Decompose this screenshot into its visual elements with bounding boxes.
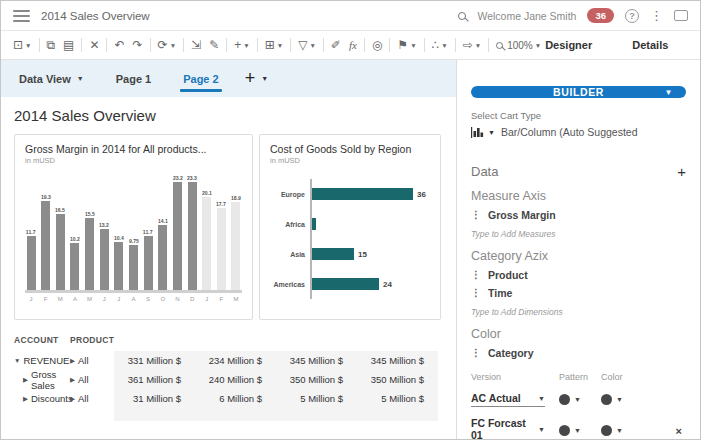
add-page-button[interactable]: + ▼	[235, 68, 278, 89]
version-select-2[interactable]: FC Forcast 01 ▼	[471, 417, 545, 440]
target-icon[interactable]: ◎	[368, 39, 386, 51]
bar-column[interactable]: 11.7	[25, 229, 37, 290]
bar-column[interactable]: 9.75	[127, 238, 139, 290]
add-dimensions-placeholder[interactable]: Type to Add Dimensions	[471, 307, 686, 317]
product-cell[interactable]: ▶All	[70, 370, 114, 389]
bar[interactable]	[202, 197, 211, 290]
formula-icon[interactable]: fx	[345, 40, 361, 51]
drag-handle-icon[interactable]: ⋮	[471, 210, 481, 220]
value-cell[interactable]: 361 Million $	[114, 370, 195, 389]
drag-handle-icon[interactable]: ⋮	[471, 348, 481, 358]
builder-button[interactable]: BUILDER ▼	[471, 86, 686, 98]
kebab-menu-icon[interactable]: ⋮	[650, 9, 663, 22]
copy-icon[interactable]: ⧉	[43, 39, 60, 51]
crosstab[interactable]: ACCOUNT PRODUCT ▼REVENUE▶All331 Million …	[14, 332, 443, 421]
export-icon[interactable]: ⇨▼	[459, 39, 486, 51]
bar[interactable]	[114, 242, 123, 290]
value-cell[interactable]: 350 Million $	[276, 370, 357, 389]
color-picker-1[interactable]: ▼	[601, 394, 657, 405]
tab-page-2[interactable]: Page 2	[167, 60, 234, 97]
bar[interactable]	[312, 188, 413, 200]
gross-margin-chart[interactable]: Gross Margin in 2014 for All products...…	[14, 134, 253, 320]
drag-handle-icon[interactable]: ⋮	[471, 288, 481, 298]
paste-icon[interactable]: ▤	[59, 39, 78, 51]
help-icon[interactable]: ?	[625, 9, 639, 23]
add-icon[interactable]: +▼	[230, 39, 253, 51]
bar-column[interactable]: 18.9	[230, 195, 242, 290]
add-data-button[interactable]: +	[677, 164, 686, 179]
bar[interactable]	[85, 218, 94, 290]
color-picker-2[interactable]: ▼	[601, 425, 657, 436]
bar-column[interactable]: 10.4	[113, 235, 125, 290]
bar[interactable]	[173, 182, 182, 290]
search-icon[interactable]	[458, 12, 466, 20]
bar-column[interactable]: 17.7	[215, 201, 227, 290]
bar-column[interactable]: 23.2	[171, 175, 183, 290]
value-cell[interactable]: 6 Million $	[195, 389, 276, 408]
bar-column[interactable]: 23.3	[186, 175, 198, 290]
notification-badge[interactable]: 36	[587, 8, 614, 23]
cogs-region-chart[interactable]: Cost of Goods Sold by Region in mUSD Eur…	[259, 134, 441, 320]
mode-details[interactable]: Details	[632, 39, 668, 51]
expand-arrow-icon[interactable]: ▶	[70, 376, 75, 384]
color-item-category[interactable]: ⋮ Category	[471, 347, 686, 359]
hamburger-menu-icon[interactable]	[13, 10, 30, 22]
bar[interactable]	[312, 278, 379, 290]
add-measures-placeholder[interactable]: Type to Add Measures	[471, 229, 686, 239]
bar[interactable]	[129, 245, 138, 290]
expand-arrow-icon[interactable]: ▶	[70, 357, 75, 365]
zoom-icon[interactable]: 100%▼	[492, 40, 545, 51]
bar-column[interactable]: 16.5	[54, 207, 66, 290]
product-cell[interactable]: ▶All	[70, 389, 114, 408]
measure-item-gross-margin[interactable]: ⋮ Gross Margin	[471, 209, 686, 221]
collapse-arrow-icon[interactable]: ▼	[14, 357, 20, 364]
remove-version-button[interactable]: ×	[676, 425, 686, 437]
bar[interactable]	[188, 182, 197, 290]
redo-icon[interactable]: ↷	[129, 39, 147, 51]
account-cell[interactable]: ▶Gross Sales	[14, 370, 70, 389]
version-select-1[interactable]: AC Actual ▼	[471, 392, 545, 407]
expand-arrow-icon[interactable]: ▶	[70, 395, 75, 403]
chart-type-selector[interactable]: ▼ Bar/Column (Auto Suggested	[471, 126, 686, 138]
expand-arrow-icon[interactable]: ▶	[23, 376, 28, 384]
delete-icon[interactable]: ✕	[85, 39, 103, 51]
pattern-picker-2[interactable]: ▼	[559, 425, 601, 436]
bar-column[interactable]: 19.3	[40, 194, 52, 290]
refresh-icon[interactable]: ⟳▼	[154, 39, 181, 51]
bar-column[interactable]: 20.1	[201, 190, 213, 290]
bar-column[interactable]: 14.1	[157, 218, 169, 290]
bar-column[interactable]: 10.2	[69, 236, 81, 290]
value-cell[interactable]: 345 Million $	[276, 351, 357, 370]
account-cell[interactable]: ▼REVENUE	[14, 351, 70, 370]
bar[interactable]	[41, 201, 50, 290]
pattern-picker-1[interactable]: ▼	[559, 394, 601, 405]
account-cell[interactable]: ▶Discounts	[14, 389, 70, 408]
share-icon[interactable]: ∴▼	[428, 39, 452, 51]
bar[interactable]	[144, 236, 153, 290]
rank-icon[interactable]: ⚑▼	[393, 39, 420, 51]
value-cell[interactable]: 5 Million $	[276, 389, 357, 408]
undo-icon[interactable]: ↶	[110, 39, 128, 51]
filter-icon[interactable]: ▽▼	[294, 39, 320, 51]
dimension-item-time[interactable]: ⋮ Time	[471, 287, 686, 299]
value-cell[interactable]: 331 Million $	[114, 351, 195, 370]
bar[interactable]	[27, 236, 36, 290]
bar[interactable]	[100, 229, 109, 290]
edit-icon[interactable]: ✎	[205, 39, 223, 51]
tab-data-view[interactable]: Data View ▼	[3, 60, 100, 97]
value-cell[interactable]: 234 Million $	[195, 351, 276, 370]
value-cell[interactable]: 350 Million $	[357, 370, 438, 389]
bar[interactable]	[217, 208, 226, 290]
expand-arrow-icon[interactable]: ▶	[23, 395, 28, 403]
bar[interactable]	[70, 243, 79, 290]
monitor-icon[interactable]	[674, 10, 688, 21]
save-icon[interactable]: ⊡▼	[9, 39, 36, 51]
mode-designer[interactable]: Designer	[545, 39, 592, 51]
annotate-icon[interactable]: ✐	[327, 39, 345, 51]
dimension-item-product[interactable]: ⋮ Product	[471, 269, 686, 281]
value-cell[interactable]: 31 Million $	[114, 389, 195, 408]
import-icon[interactable]: ⇲	[187, 39, 205, 51]
layout-grid-icon[interactable]: ⊞▼	[261, 39, 288, 51]
drag-handle-icon[interactable]: ⋮	[471, 270, 481, 280]
bar-column[interactable]: 13.2	[98, 222, 110, 290]
